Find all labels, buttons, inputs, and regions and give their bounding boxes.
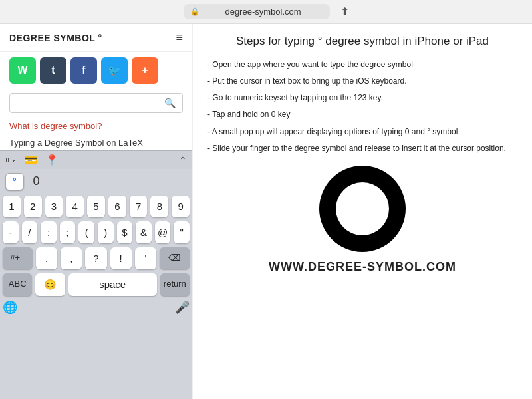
chevron-up-icon[interactable]: ⌃ [179,155,187,166]
right-panel: Steps for typing ° degree symbol in iPho… [193,24,532,399]
site-title: DEGREE SYMBOL ° [9,33,102,43]
key-hashplus[interactable]: #+= [3,247,33,269]
step-2: Put the cursor in text box to bring up t… [203,75,521,88]
key-minus[interactable]: - [3,221,19,243]
url-bar[interactable]: 🔒 degree-symbol.com [184,4,330,19]
key-8[interactable]: 8 [150,196,168,217]
kb-row-last: 🌐 🎤 [0,298,192,317]
more-button[interactable]: + [132,57,158,84]
step-5: A small pop up will appear displaying op… [203,126,521,138]
key-apostrophe[interactable]: ' [135,247,156,269]
kb-top-left: 🗝 💳 📍 [5,154,59,166]
degree-graphic: WWW.DEGREE-SYMBOL.COM [203,166,521,274]
facebook-button[interactable]: f [70,57,97,84]
step-3: Go to numeric keyset by tapping on the 1… [203,92,521,104]
steps-list: Open the app where you want to type the … [203,59,521,155]
key-lparen[interactable]: ( [78,221,94,243]
url-text: degree-symbol.com [203,7,323,17]
key-3[interactable]: 3 [45,196,63,217]
lock-icon: 🔒 [190,7,200,16]
key-period[interactable]: . [36,247,57,269]
kb-row-3: #+= . , ? ! ' ⌫ [0,245,192,271]
key-emoji[interactable]: 😊 [35,273,65,296]
kb-row-symbols: - / : ; ( ) $ & @ " [0,219,192,245]
globe-icon[interactable]: 🌐 [3,300,17,315]
pin-icon: 📍 [45,154,59,166]
site-url: WWW.DEGREE-SYMBOL.COM [269,260,456,274]
key-5[interactable]: 5 [87,196,105,217]
search-icon: 🔍 [164,98,176,108]
key-comma[interactable]: , [61,247,82,269]
key-rparen[interactable]: ) [98,221,114,243]
key-dollar[interactable]: $ [117,221,133,243]
degree-popup-key[interactable]: ° [5,173,24,190]
twitter-button[interactable]: 🐦 [101,57,128,84]
keyboard-area: 🗝 💳 📍 ⌃ ° 0 1 2 3 4 5 6 7 8 [0,150,192,399]
key-return[interactable]: return [160,273,190,296]
tumblr-button[interactable]: t [40,57,66,84]
step-1: Open the app where you want to type the … [203,59,521,71]
key-space[interactable]: space [68,273,157,296]
left-panel: DEGREE SYMBOL ° ≡ W t f 🐦 + 🔍 What is de… [0,24,193,399]
key-question[interactable]: ? [85,247,106,269]
social-bar: W t f 🐦 + [0,52,192,89]
key-7[interactable]: 7 [130,196,148,217]
degree-ring-inner [336,182,389,235]
key-backspace[interactable]: ⌫ [160,247,190,269]
key-abc[interactable]: ABC [3,273,32,296]
key-2[interactable]: 2 [24,196,42,217]
link-what-is[interactable]: What is degree symbol? [0,117,192,135]
address-bar: 🔒 degree-symbol.com ⬆ [0,0,532,24]
key-1[interactable]: 1 [3,196,21,217]
key-exclaim[interactable]: ! [110,247,132,269]
step-4: Tap and hold on 0 key [203,108,521,121]
site-header: DEGREE SYMBOL ° ≡ [0,24,192,52]
key-amp[interactable]: & [136,221,152,243]
card-icon: 💳 [24,154,37,166]
degree-popup-row: ° 0 [0,169,192,194]
mic-icon[interactable]: 🎤 [175,300,190,315]
search-bar[interactable]: 🔍 [9,93,183,113]
zero-key[interactable]: 0 [27,172,47,191]
key-6[interactable]: 6 [108,196,126,217]
search-input[interactable] [17,98,164,108]
hamburger-menu[interactable]: ≡ [176,31,183,45]
key-at[interactable]: @ [155,221,171,243]
key-colon[interactable]: : [41,221,57,243]
degree-ring [319,166,406,252]
what-is-link[interactable]: What is degree symbol? [9,121,102,131]
link-latex[interactable]: Typing a Degree Symbol on LaTeX [0,135,192,150]
key-quote[interactable]: " [174,221,190,243]
kb-row-bottom: ABC 😊 space return [0,271,192,298]
keyboard-top-bar: 🗝 💳 📍 ⌃ [0,150,192,169]
key-semicolon[interactable]: ; [60,221,76,243]
key-icon: 🗝 [5,154,16,166]
whatsapp-button[interactable]: W [9,57,36,84]
key-slash[interactable]: / [22,221,38,243]
step-6: Slide your finger to the degree symbol a… [203,142,521,155]
main-content: DEGREE SYMBOL ° ≡ W t f 🐦 + 🔍 What is de… [0,24,532,399]
share-icon[interactable]: ⬆ [340,5,349,18]
right-title: Steps for typing ° degree symbol in iPho… [203,33,521,49]
key-9[interactable]: 9 [172,196,190,217]
key-4[interactable]: 4 [66,196,84,217]
kb-row-numbers: 1 2 3 4 5 6 7 8 9 [0,194,192,219]
